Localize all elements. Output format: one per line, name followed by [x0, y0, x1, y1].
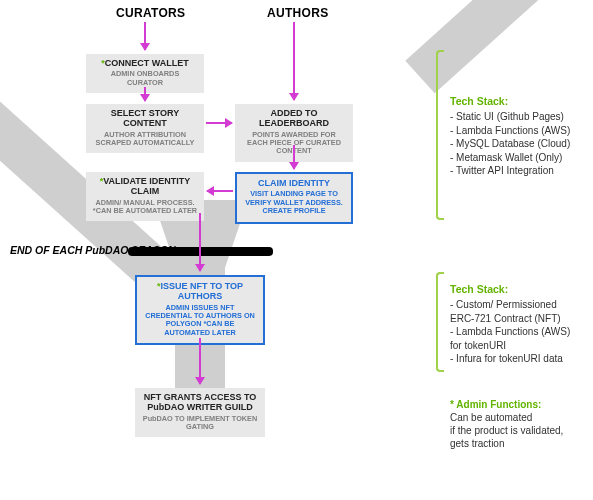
box-sub: ADMIN ISSUES NFT CREDENTIAL TO AUTHORS O… — [143, 304, 257, 338]
box-title: ADDED TO LEADERBOARD — [241, 108, 347, 129]
tech-stack-bottom: Tech Stack: - Custom/ Permissioned ERC-7… — [450, 282, 570, 366]
box-sub: VISIT LANDING PAGE TO VERIFY WALLET ADDR… — [243, 190, 345, 215]
admin-note-line: if the product is validated, — [450, 424, 563, 437]
tech-stack-item: - Static UI (Github Pages) — [450, 110, 570, 124]
diagram-canvas: CURATORS AUTHORS *CONNECT WALLET ADMIN O… — [0, 0, 593, 500]
box-sub: AUTHOR ATTRIBUTION SCRAPED AUTOMATICALLY — [92, 131, 198, 148]
arrow-issue-to-grants — [199, 338, 201, 384]
funnel-right-bar — [405, 0, 593, 93]
bracket-top — [436, 50, 444, 220]
admin-functions-note: * Admin Functions: Can be automated if t… — [450, 398, 563, 450]
column-header-authors: AUTHORS — [267, 6, 328, 20]
tech-stack-item: - Lambda Functions (AWS) — [450, 124, 570, 138]
admin-note-line: gets traction — [450, 437, 563, 450]
season-label: END OF EACH PubDAO SEASON — [10, 244, 176, 256]
box-validate-identity: *VALIDATE IDENTITY CLAIM ADMIN/ MANUAL P… — [86, 172, 204, 221]
column-header-curators: CURATORS — [116, 6, 185, 20]
box-claim-identity: CLAIM IDENTITY VISIT LANDING PAGE TO VER… — [235, 172, 353, 224]
arrow-claim-to-validate — [207, 190, 233, 192]
bracket-bottom — [436, 272, 444, 372]
box-title: CLAIM IDENTITY — [243, 178, 345, 188]
tech-stack-heading: Tech Stack: — [450, 282, 570, 296]
arrow-validate-to-issue — [199, 213, 201, 271]
box-title: VALIDATE IDENTITY CLAIM — [103, 176, 190, 196]
box-sub: ADMIN ONBOARDS CURATOR — [92, 70, 198, 87]
tech-stack-item: - MySQL Database (Cloud) — [450, 137, 570, 151]
tech-stack-item: - Custom/ Permissioned — [450, 298, 570, 312]
arrow-connect-to-select — [144, 87, 146, 101]
box-issue-nft: *ISSUE NFT TO TOP AUTHORS ADMIN ISSUES N… — [135, 275, 265, 345]
tech-stack-heading: Tech Stack: — [450, 94, 570, 108]
box-sub: PubDAO TO IMPLEMENT TOKEN GATING — [141, 415, 259, 432]
box-sub: ADMIN/ MANUAL PROCESS. *CAN BE AUTOMATED… — [92, 199, 198, 216]
arrow-select-to-leaderboard — [206, 122, 232, 124]
arrow-leaderboard-to-claim — [293, 145, 295, 169]
arrow-authors-down — [293, 22, 295, 100]
box-nft-grants: NFT GRANTS ACCESS TO PubDAO WRITER GUILD… — [135, 388, 265, 437]
tech-stack-item: ERC-721 Contract (NFT) — [450, 312, 570, 326]
tech-stack-item: - Twitter API Integration — [450, 164, 570, 178]
box-title: CONNECT WALLET — [105, 58, 189, 68]
box-select-story: SELECT STORY CONTENT AUTHOR ATTRIBUTION … — [86, 104, 204, 153]
tech-stack-item: - Lambda Functions (AWS) — [450, 325, 570, 339]
arrow-curators-down — [144, 22, 146, 50]
box-title: NFT GRANTS ACCESS TO PubDAO WRITER GUILD — [141, 392, 259, 413]
tech-stack-item: - Infura for tokenURI data — [450, 352, 570, 366]
tech-stack-top: Tech Stack: - Static UI (Github Pages) -… — [450, 94, 570, 178]
box-title: ISSUE NFT TO TOP AUTHORS — [160, 281, 243, 301]
admin-note-line: Can be automated — [450, 411, 563, 424]
box-title: SELECT STORY CONTENT — [92, 108, 198, 129]
tech-stack-item: - Metamask Wallet (Only) — [450, 151, 570, 165]
tech-stack-item: for tokenURI — [450, 339, 570, 353]
admin-note-heading: * Admin Functions: — [450, 398, 563, 411]
